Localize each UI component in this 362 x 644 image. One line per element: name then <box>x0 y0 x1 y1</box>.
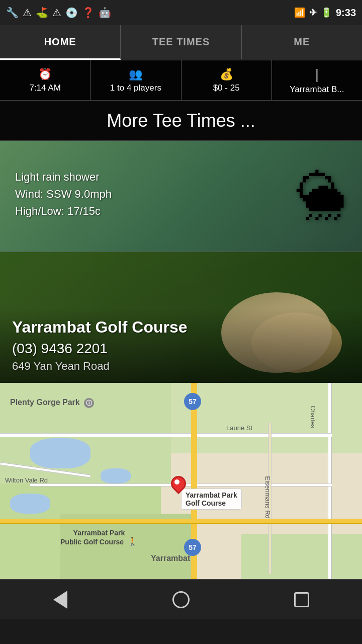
weather-icon-wrap: 🌦 <box>297 168 347 225</box>
bottom-nav <box>0 579 362 619</box>
yarrambat-park-label: Yarrambat ParkPublic Golf Course 🚶 <box>60 529 138 546</box>
tee-price-cell[interactable]: 💰 $0 - 25 <box>182 60 272 100</box>
recents-button[interactable] <box>287 585 317 615</box>
map-pin[interactable] <box>171 476 188 493</box>
route-57-badge-bottom: 57 <box>184 539 201 556</box>
tab-me[interactable]: ME <box>242 25 362 60</box>
tee-time-cell[interactable]: ⏰ 7:14 AM <box>0 60 90 100</box>
wifi-icon: 📶 <box>294 7 305 18</box>
home-icon <box>172 591 190 608</box>
divider-icon: | <box>315 66 319 83</box>
warning-icon-1: ⚠ <box>23 7 32 19</box>
course-phone[interactable]: (03) 9436 2201 <box>12 341 350 357</box>
disc-icon: 💿 <box>65 7 78 19</box>
tab-tee-times[interactable]: TEE TIMES <box>121 25 241 60</box>
status-right: 📶 ✈ 🔋 9:33 <box>294 7 356 19</box>
android-icon: 🤖 <box>99 7 111 19</box>
course-name: Yarrambat Golf Course <box>12 318 350 337</box>
route-57-badge-top: 57 <box>184 393 201 410</box>
weather-info: Light rain shower Wind: SSW 9.0mph High/… <box>15 171 112 222</box>
nav-tabs: HOME TEE TIMES ME <box>0 25 362 60</box>
more-tee-times-button[interactable]: More Tee Times ... <box>0 101 362 141</box>
back-button[interactable] <box>45 585 75 615</box>
golf-icon: ⛳ <box>36 7 48 19</box>
price-icon: 💰 <box>220 68 233 81</box>
tab-home[interactable]: HOME <box>0 25 121 60</box>
map-pin-label: Yarrambat ParkGolf Course <box>181 489 242 510</box>
tee-course-cell[interactable]: | Yarrambat B... <box>272 60 362 100</box>
map-section[interactable]: 57 57 Yarrambat ParkGolf Course Plenty G… <box>0 383 362 579</box>
wrench-icon: 🔧 <box>6 7 19 19</box>
weather-highlow: High/Low: 17/15c <box>15 205 112 218</box>
eisenmans-label: Eisenmans Rd <box>264 476 272 519</box>
question-icon: ❓ <box>82 7 95 19</box>
course-address: 649 Yan Yean Road <box>12 360 350 373</box>
battery-icon: 🔋 <box>321 7 332 18</box>
clock-icon: ⏰ <box>38 68 52 81</box>
players-icon: 👥 <box>129 68 142 81</box>
weather-wind: Wind: SSW 9.0mph <box>15 188 112 201</box>
recents-icon <box>294 592 309 607</box>
plenty-gorge-label: Plenty Gorge Park ⓘ <box>10 398 94 408</box>
charles-label: Charles <box>309 406 317 428</box>
airplane-icon: ✈ <box>309 7 317 18</box>
weather-condition: Light rain shower <box>15 171 112 184</box>
weather-icon: 🌦 <box>297 168 347 224</box>
home-button[interactable] <box>166 585 196 615</box>
status-bar: 🔧 ⚠ ⛳ ⚠ 💿 ❓ 🤖 📶 ✈ 🔋 9:33 <box>0 0 362 25</box>
tee-strip: ⏰ 7:14 AM 👥 1 to 4 players 💰 $0 - 25 | Y… <box>0 60 362 101</box>
wilton-vale-label: Wilton Vale Rd <box>5 476 48 484</box>
warning-icon-2: ⚠ <box>52 7 61 19</box>
course-section: Yarrambat Golf Course (03) 9436 2201 649… <box>0 252 362 383</box>
back-icon <box>53 591 67 609</box>
clock: 9:33 <box>336 7 356 19</box>
weather-section: Light rain shower Wind: SSW 9.0mph High/… <box>0 141 362 252</box>
status-icons-left: 🔧 ⚠ ⛳ ⚠ 💿 ❓ 🤖 <box>6 7 111 19</box>
yarrambat-label: Yarrambat <box>151 554 190 563</box>
course-info: Yarrambat Golf Course (03) 9436 2201 649… <box>0 308 362 383</box>
tee-players-cell[interactable]: 👥 1 to 4 players <box>90 60 181 100</box>
laurie-st-label: Laurie St <box>226 424 252 432</box>
